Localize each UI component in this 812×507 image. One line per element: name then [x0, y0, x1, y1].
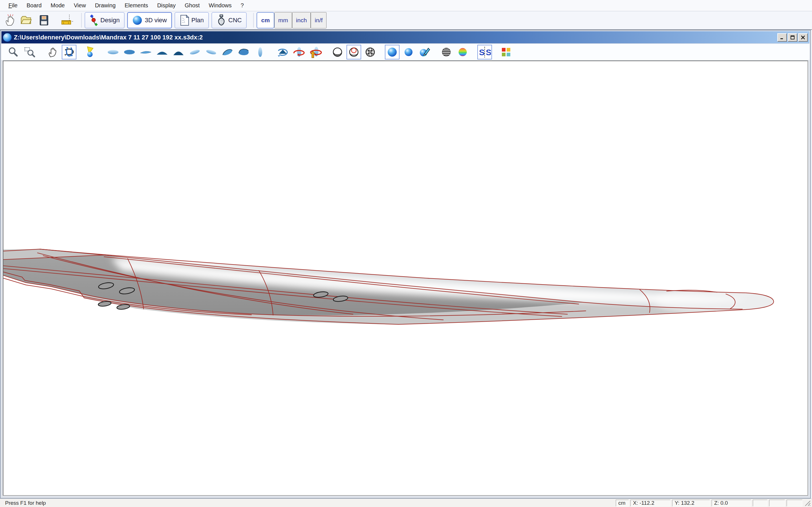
rotate-view-icon [276, 46, 289, 58]
unit-cm-button[interactable]: cm [257, 12, 274, 29]
menu-help[interactable]: ? [236, 2, 248, 9]
board-tilt-right-view-icon [205, 47, 217, 58]
3d-view-mode-label: 3D view [145, 17, 167, 24]
board-tilt-left-view-button[interactable] [188, 45, 202, 59]
board-outline-view-button[interactable] [139, 45, 153, 59]
status-empty-field [786, 500, 802, 506]
maximize-icon [790, 36, 795, 40]
status-z-coordinate: Z: 0.0 [712, 500, 751, 506]
design-mode-label: Design [100, 17, 119, 24]
board-outline-view-icon [140, 47, 152, 58]
board-slice-view-button[interactable] [253, 45, 267, 59]
unit-inf-button[interactable]: in/f [311, 12, 326, 29]
board-thickness-view-button[interactable] [220, 45, 235, 59]
main-toolbar: 10 Design 3D view [0, 11, 812, 30]
light-icon [85, 46, 96, 58]
plan-mode-button[interactable]: Plan [174, 12, 209, 29]
board-back-view-icon [172, 47, 185, 58]
paint-sphere-button[interactable] [417, 45, 432, 59]
resize-grip[interactable] [805, 500, 811, 506]
rotate-board-button[interactable] [292, 45, 306, 59]
document-icon-sphere [3, 33, 11, 42]
menu-display[interactable]: Display [153, 2, 180, 9]
svg-text:S: S [479, 48, 485, 57]
rainbow-sphere-button[interactable] [455, 45, 470, 59]
open-file-button[interactable] [19, 13, 33, 27]
mesh-sphere-icon [364, 46, 376, 58]
3d-viewport[interactable] [3, 61, 808, 496]
light-button[interactable] [83, 45, 98, 59]
save-icon [38, 14, 50, 26]
cnc-mode-button[interactable]: CNC [211, 12, 247, 29]
menu-board[interactable]: Board [22, 2, 46, 9]
zoom-window-button[interactable] [22, 45, 37, 59]
pan-button[interactable] [45, 45, 60, 59]
rainbow-sphere-icon [457, 46, 469, 58]
zoom-window-icon [24, 47, 35, 58]
surfboard-3d-render [3, 61, 808, 495]
menu-mode[interactable]: Mode [46, 2, 69, 9]
rotate-board-up-button[interactable] [308, 45, 323, 59]
mesh-sphere-button[interactable] [363, 45, 377, 59]
board-thickness-view-icon [221, 47, 234, 58]
status-empty-field [753, 500, 767, 506]
toolbar-separator [253, 13, 254, 27]
striped-sphere-button[interactable] [439, 45, 454, 59]
minimize-icon [780, 36, 784, 40]
minimize-button[interactable] [777, 33, 787, 42]
rotate-3d-button[interactable] [62, 45, 77, 59]
toolbar-separator [81, 13, 82, 27]
rotate-view-button[interactable] [275, 45, 290, 59]
maximize-button[interactable] [788, 33, 797, 42]
cnc-mode-label: CNC [229, 17, 242, 24]
document-window: Z:\Users\dennery\Downloads\Mandrax 7 11 … [0, 30, 811, 499]
shaded-sphere-button[interactable] [385, 45, 400, 59]
wireframe-sphere-button[interactable] [330, 45, 345, 59]
board-tilt-right-view-button[interactable] [204, 45, 218, 59]
board-top-view-icon [107, 47, 119, 58]
board-bottom-view-icon [123, 47, 136, 58]
menu-ghost[interactable]: Ghost [180, 2, 204, 9]
view-toolbar: S S [1, 44, 809, 60]
hand-tool-icon [4, 14, 16, 26]
design-mode-button[interactable]: Design [85, 12, 124, 29]
board-front-view-icon [156, 47, 168, 58]
menu-windows[interactable]: Windows [204, 2, 236, 9]
3d-view-mode-button[interactable]: 3D view [127, 12, 172, 29]
plan-mode-label: Plan [192, 17, 204, 24]
menu-file[interactable]: File [4, 2, 22, 9]
wireframe-slices-sphere-icon [348, 46, 360, 58]
svg-text:0: 0 [68, 22, 69, 24]
small-sphere-button[interactable] [401, 45, 416, 59]
wireframe-slices-sphere-button[interactable] [347, 45, 361, 59]
close-button[interactable] [798, 33, 808, 42]
status-y-coordinate: Y: 132.2 [672, 500, 710, 506]
save-button[interactable] [37, 13, 51, 27]
unit-mm-button[interactable]: mm [274, 12, 292, 29]
menu-elements[interactable]: Elements [120, 2, 153, 9]
application-window: File Board Mode View Drawing Elements Di… [0, 0, 812, 507]
measure-button[interactable]: 10 [60, 13, 74, 27]
symmetry-curves-button[interactable]: S S [477, 45, 492, 59]
measure-ruler-icon: 10 [61, 14, 73, 26]
board-tilt-left-view-icon [189, 47, 201, 58]
board-bottom-view-button[interactable] [122, 45, 137, 59]
board-back-view-button[interactable] [171, 45, 186, 59]
menu-drawing[interactable]: Drawing [91, 2, 120, 9]
menu-view[interactable]: View [69, 2, 91, 9]
hand-tool-button[interactable] [3, 13, 17, 27]
rotate-3d-icon [63, 46, 75, 58]
unit-inch-button[interactable]: inch [292, 12, 311, 29]
rotate-board-icon [293, 46, 305, 58]
color-squares-button[interactable] [499, 45, 513, 59]
shaded-sphere-icon [386, 46, 398, 58]
zoom-button[interactable] [6, 45, 20, 59]
board-round-view-button[interactable] [237, 45, 251, 59]
striped-sphere-icon [441, 46, 452, 58]
small-sphere-icon [403, 47, 414, 58]
board-top-view-button[interactable] [106, 45, 120, 59]
symmetry-curves-icon: S S [478, 46, 491, 58]
sphere-icon [132, 15, 142, 25]
board-front-view-button[interactable] [155, 45, 169, 59]
pan-icon [47, 47, 58, 58]
